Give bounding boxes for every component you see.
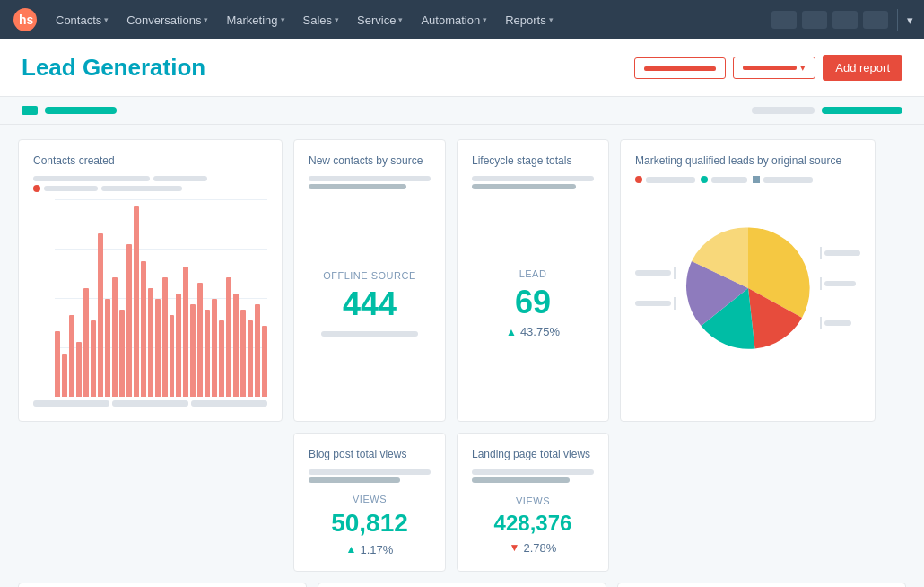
chart-bar-item xyxy=(105,206,110,397)
lifecycle-title: Lifecycle stage totals xyxy=(472,154,594,167)
nav-item-service[interactable]: Service ▾ xyxy=(348,0,412,39)
nav-item-automation[interactable]: Automation ▾ xyxy=(412,0,496,39)
toolbar-pill-teal xyxy=(822,107,902,114)
nav-divider xyxy=(897,9,898,31)
chart-bar xyxy=(190,304,196,397)
legend-red xyxy=(635,176,695,183)
chart-bar-item xyxy=(76,206,82,397)
add-report-button[interactable]: Add report xyxy=(823,55,902,81)
toolbar-left xyxy=(22,106,117,115)
nav-item-reports[interactable]: Reports ▾ xyxy=(496,0,562,39)
x-axis-pill xyxy=(33,400,109,407)
card-lifecycle-stage: Lifecycle stage totals LEAD 69 ▲ 43.75% xyxy=(457,139,609,422)
chart-bar xyxy=(91,320,96,397)
chart-bar xyxy=(233,294,239,397)
landing-views-value: 428,376 xyxy=(494,512,572,535)
chevron-down-icon: ▾ xyxy=(104,15,109,24)
toolbar-pill-gray xyxy=(752,107,815,114)
lifecycle-change: ▲ 43.75% xyxy=(506,325,560,338)
nav-item-conversations[interactable]: Conversations ▾ xyxy=(118,0,217,39)
chart-bar xyxy=(255,304,260,397)
chart-bar-item xyxy=(170,206,175,397)
lifecycle-subtitle: LEAD xyxy=(519,268,547,279)
chart-bar-item xyxy=(148,206,153,397)
nav-icon-4[interactable] xyxy=(863,11,888,29)
nav-right: ▾ xyxy=(771,9,913,31)
landing-views-title: Landing page total views xyxy=(472,448,594,460)
chart-bar-item xyxy=(126,206,132,397)
chart-bar-item xyxy=(248,206,253,397)
chevron-down-icon: ▾ xyxy=(398,15,403,24)
chart-bar xyxy=(240,310,246,397)
chevron-down-icon: ▾ xyxy=(335,15,339,24)
chart-bar-item xyxy=(255,206,260,397)
card-contacts-created: Contacts created xyxy=(18,139,283,422)
nav-icon-3[interactable] xyxy=(832,11,858,29)
filter-button-1[interactable] xyxy=(634,57,726,79)
svg-text:hs: hs xyxy=(19,13,34,27)
nav-icon-1[interactable] xyxy=(771,11,797,29)
chart-bar-item xyxy=(262,206,267,397)
main-content: Contacts created xyxy=(0,125,924,587)
chart-bar xyxy=(162,277,168,397)
toolbar-strip xyxy=(0,97,924,125)
chart-bar xyxy=(69,315,74,397)
chart-bar-item xyxy=(176,206,181,397)
filter-button-2[interactable]: ▾ xyxy=(733,57,815,79)
nav-icon-2[interactable] xyxy=(802,11,827,29)
chart-bar-item xyxy=(134,206,139,397)
chart-x-labels xyxy=(33,400,267,407)
landing-views-subtitle: VIEWS xyxy=(516,495,550,506)
card-bottom-2: Marketing qualified leads by first conve… xyxy=(617,583,906,587)
arrow-up-icon: ▲ xyxy=(346,543,357,556)
arrow-up-icon: ▲ xyxy=(506,326,517,338)
chart-bar-item xyxy=(83,206,89,397)
toolbar-right xyxy=(752,107,902,114)
chart-bar-item xyxy=(141,206,146,397)
blog-views-change: ▲ 1.17% xyxy=(346,543,394,556)
x-axis-pill xyxy=(112,400,188,407)
chart-bar xyxy=(212,299,217,397)
chevron-down-icon: ▾ xyxy=(549,15,554,24)
blog-views-value: 50,812 xyxy=(331,510,408,538)
chart-bar xyxy=(134,206,139,397)
chart-bar xyxy=(148,288,153,397)
card-new-contacts-source: New contacts by source OFFLINE SOURCE 44… xyxy=(293,139,446,422)
hubspot-logo[interactable]: hs xyxy=(11,5,39,34)
new-contacts-value: 444 xyxy=(343,286,397,322)
nav-dropdown-button[interactable]: ▾ xyxy=(907,13,913,27)
card-blog-views: Blog post total views VIEWS 50,812 ▲ 1.1… xyxy=(293,433,446,572)
new-contacts-subtitle: OFFLINE SOURCE xyxy=(323,270,416,281)
chart-bar-item xyxy=(112,206,118,397)
cards-row-bottom: Blog posts by most total views New conta… xyxy=(18,583,906,587)
nav-item-marketing[interactable]: Marketing ▾ xyxy=(217,0,293,39)
chart-x-label-group xyxy=(33,400,109,407)
chart-bar-item xyxy=(162,206,168,397)
chart-bar-item xyxy=(69,206,74,397)
nav-item-contacts[interactable]: Contacts ▾ xyxy=(47,0,118,39)
cards-row-top: Contacts created xyxy=(18,139,906,422)
chart-bar xyxy=(183,267,188,397)
chevron-down-icon: ▾ xyxy=(204,15,208,24)
chart-bar-item xyxy=(98,206,103,397)
nav-item-sales[interactable]: Sales ▾ xyxy=(294,0,349,39)
chart-bar xyxy=(262,326,267,397)
nav-items: Contacts ▾ Conversations ▾ Marketing ▾ S… xyxy=(47,0,771,39)
chart-bar xyxy=(76,342,82,397)
blog-views-title: Blog post total views xyxy=(309,448,431,460)
chart-bar-item xyxy=(62,206,67,397)
chevron-down-icon: ▾ xyxy=(483,15,487,24)
page-header: Lead Generation ▾ Add report xyxy=(0,39,924,97)
contacts-created-title: Contacts created xyxy=(33,154,267,167)
chart-bar-item xyxy=(91,206,96,397)
toolbar-pill-active xyxy=(45,107,117,114)
chart-bar xyxy=(155,299,161,397)
chart-x-label-group xyxy=(112,400,188,407)
legend-blue xyxy=(753,176,813,183)
chart-bar-item xyxy=(119,206,125,397)
chevron-down-icon: ▾ xyxy=(800,62,806,74)
chart-bar xyxy=(83,288,89,397)
card-bottom-0: Blog posts by most total views xyxy=(18,583,307,587)
chart-bar xyxy=(248,320,253,397)
pie-chart-container xyxy=(635,194,860,382)
